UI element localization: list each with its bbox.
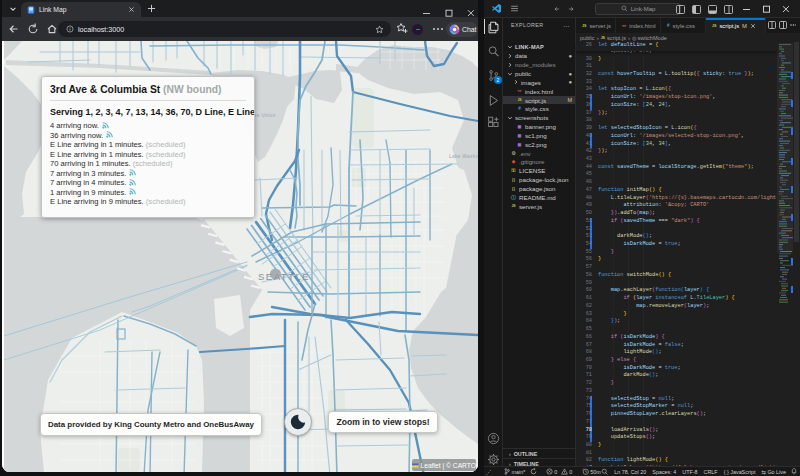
svg-text:SEATTLE: SEATTLE	[258, 271, 310, 282]
svg-text:Lake Washington: Lake Washington	[449, 154, 478, 159]
